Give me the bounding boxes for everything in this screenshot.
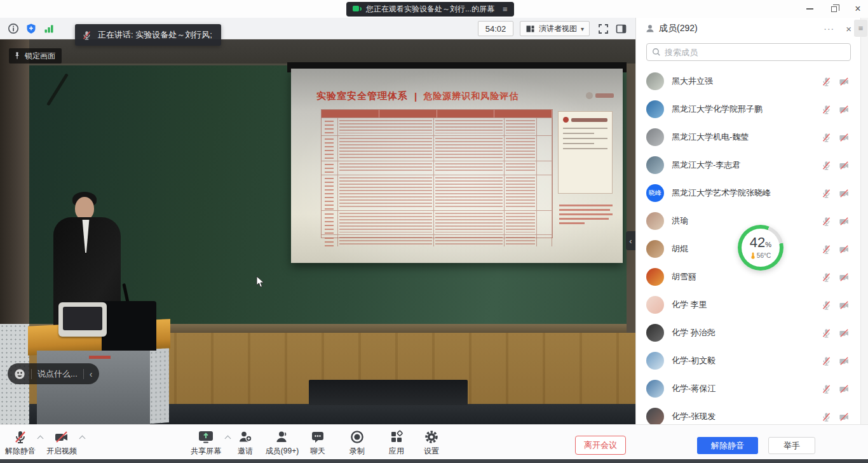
share-screen-button[interactable]: 共享屏幕 (186, 428, 226, 457)
bottom-control-bar: 解除静音 开启视频 共享屏幕 (0, 424, 868, 459)
camera-muted-icon (838, 272, 850, 283)
meeting-timer: 54:02 (478, 21, 513, 36)
member-name: 黑龙江大学机电-魏莹 (672, 131, 813, 143)
camera-muted-icon (838, 412, 850, 422)
member-row[interactable]: 化学-蒋保江 (636, 375, 860, 403)
member-row[interactable]: 化学 孙治尧 (636, 319, 860, 347)
mic-muted-icon (821, 300, 832, 311)
member-row[interactable]: 晓峰 黑龙江大学艺术学院张晓峰 (636, 179, 860, 207)
mic-muted-icon (821, 216, 832, 227)
security-shield-icon[interactable] (24, 22, 38, 36)
watching-screen-pill[interactable]: 您正在观看实验设备处～刘行...的屏幕 ≡ (346, 2, 514, 17)
member-row[interactable]: 黑大井立强 (636, 67, 860, 95)
fullscreen-icon[interactable] (596, 22, 610, 36)
avatar (646, 128, 664, 146)
invite-button[interactable]: 邀请 (225, 428, 266, 457)
chat-placeholder[interactable]: 说点什么... (37, 368, 78, 380)
panel-unmute-button[interactable]: 解除静音 (697, 437, 758, 454)
member-row[interactable]: 黑龙江大学化学院邢子鹏 (636, 95, 860, 123)
front-desk (309, 380, 468, 405)
watching-title: 您正在观看实验设备处～刘行...的屏幕 (366, 4, 494, 15)
member-row[interactable]: 黑龙江大学机电-魏莹 (636, 123, 860, 151)
member-row[interactable]: 化学 李里 (636, 291, 860, 319)
slide-side-card (558, 111, 613, 194)
mic-muted-icon (821, 412, 832, 422)
gauge-percent: 42 (750, 234, 765, 250)
side-panel-toggle-icon[interactable] (614, 22, 628, 36)
avatar (646, 240, 664, 258)
avatar (646, 268, 664, 286)
member-sort-icon[interactable]: ≡ (854, 20, 867, 37)
settings-gear-icon (424, 429, 439, 445)
mic-muted-icon (821, 188, 832, 199)
member-row[interactable]: 化学-初文毅 (636, 347, 860, 375)
member-name: 黑大井立强 (672, 76, 813, 87)
search-input[interactable] (665, 48, 845, 57)
members-button[interactable]: 成员(99+) (262, 428, 302, 457)
unmute-button[interactable]: 解除静音 (0, 428, 41, 457)
restore-button[interactable] (829, 4, 839, 14)
share-screen-icon (198, 429, 214, 445)
pill-menu-icon[interactable]: ≡ (503, 4, 508, 14)
avatar (646, 324, 664, 342)
avatar (646, 296, 664, 314)
avatar (646, 352, 664, 370)
members-close-icon[interactable]: × (846, 23, 851, 34)
pin-view-button[interactable]: 锁定画面 (9, 48, 62, 64)
panel-collapse-tab[interactable]: ‹ (626, 231, 635, 250)
mic-muted-icon (821, 244, 832, 255)
camera-muted-icon (838, 188, 850, 199)
view-mode-button[interactable]: 演讲者视图 ▾ (520, 21, 590, 36)
member-name: 黑龙江大学艺术学院张晓峰 (672, 187, 813, 199)
mic-muted-icon (821, 132, 832, 143)
projector-screen: 实验室安全管理体系 | 危险源辨识和风险评估 (291, 69, 623, 263)
record-button[interactable]: 录制 (337, 428, 377, 457)
meeting-window: 您正在观看实验设备处～刘行...的屏幕 ≡ × 54:02 演讲者视图 ▾ (0, 0, 868, 463)
network-signal-icon[interactable] (42, 22, 56, 36)
avatar (646, 72, 664, 90)
member-search[interactable] (646, 43, 851, 61)
lectern-body (37, 351, 150, 424)
quick-chat-bar[interactable]: 说点什么... ‹ (8, 363, 99, 384)
avatar (646, 212, 664, 230)
camera-muted-icon (838, 216, 850, 227)
shared-screen-video[interactable]: 实验室安全管理体系 | 危险源辨识和风险评估 (0, 39, 635, 424)
lectern-monitor (58, 302, 107, 337)
avatar (646, 156, 664, 174)
system-gauge-overlay[interactable]: 42% 56°C (738, 225, 783, 271)
member-name: 黑龙江大学化学院邢子鹏 (672, 104, 813, 115)
pin-icon (13, 51, 22, 61)
apps-icon (389, 429, 404, 445)
close-window-button[interactable]: × (853, 4, 863, 14)
mic-muted-icon (821, 328, 832, 339)
chat-collapse-icon[interactable]: ‹ (90, 369, 93, 379)
titlebar: 您正在观看实验设备处～刘行...的屏幕 ≡ × (0, 0, 868, 18)
mic-muted-icon (821, 384, 832, 394)
raise-hand-button[interactable]: 举手 (768, 437, 815, 454)
settings-button[interactable]: 设置 (411, 428, 452, 457)
emoji-icon[interactable] (14, 368, 25, 380)
start-video-button[interactable]: 开启视频 (41, 428, 82, 457)
record-icon (349, 429, 365, 445)
mic-muted-icon (821, 76, 832, 87)
members-more-icon[interactable]: ··· (824, 23, 834, 34)
member-row[interactable]: 化学-张现发 (636, 403, 860, 424)
university-logo (586, 91, 614, 99)
panel-scrollbar[interactable] (860, 18, 868, 424)
camera-muted-icon (838, 356, 850, 366)
chat-button[interactable]: 聊天 (297, 428, 338, 457)
window-bottom-edge (0, 459, 868, 463)
slide-risk-table (321, 109, 553, 238)
window-controls: × (804, 0, 863, 18)
slide-title-right: 危险源辨识和风险评估 (423, 91, 519, 102)
avatar (646, 100, 664, 118)
members-icon (645, 23, 655, 34)
gauge-temp: 56°C (757, 252, 771, 259)
camera-muted-icon (838, 132, 850, 143)
minimize-button[interactable] (804, 4, 815, 14)
leave-meeting-button[interactable]: 离开会议 (575, 436, 626, 455)
member-row[interactable]: 黑龙江大学-李志君 (636, 151, 860, 179)
camera-muted-icon (838, 160, 850, 171)
member-name: 化学 孙治尧 (672, 327, 813, 339)
meeting-info-icon[interactable] (6, 22, 20, 36)
